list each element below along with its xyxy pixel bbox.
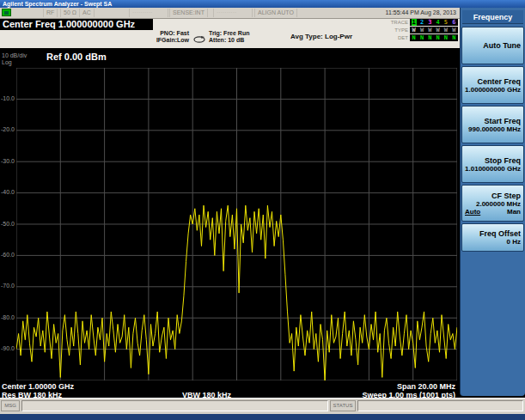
pno-settings: PNO: Fast IFGain:Low <box>137 30 189 44</box>
softkey-value: 1.000000000 GHz <box>465 86 521 94</box>
softkey-label: Freq Offset <box>479 229 521 238</box>
spectrum-analyzer-screen: Agilent Spectrum Analyzer - Swept SA RF … <box>0 0 525 420</box>
softkey-label: Auto Tune <box>483 41 521 50</box>
auto-man-toggle[interactable]: AutoMan <box>465 208 521 216</box>
y-axis-tick-label: -80.0 <box>0 314 15 320</box>
softkey-start-freq[interactable]: Start Freq990.000000 MHz <box>461 106 524 143</box>
y-axis-tick-label: -50.0 <box>0 221 15 227</box>
status-label: STATUS <box>330 400 356 411</box>
trace-row-label: TYPE <box>388 27 410 33</box>
softkey-cf-step[interactable]: CF Step2.000000 MHzAutoMan <box>461 185 524 222</box>
y-axis-tick-label: -10.0 <box>0 95 15 101</box>
trig-label: Trig: Free Run <box>209 30 249 37</box>
softkey-stop-freq[interactable]: Stop Freq1.010000000 GHz <box>461 145 524 183</box>
trace-indicator-digit: W <box>451 27 456 33</box>
continuous-sweep-icon <box>192 32 206 47</box>
softkey-value: 1.010000000 GHz <box>465 165 521 173</box>
status-field <box>357 400 523 411</box>
span-annotation: Span 20.00 MHz <box>397 382 455 391</box>
center-freq-readout: Center Freq 1.000000000 GHz <box>0 19 153 30</box>
trace-row-values: 123456 <box>410 19 458 26</box>
lxi-status-indicator <box>2 9 11 16</box>
sense-indicator: SENSE:INT <box>169 9 208 17</box>
trace-indicator-digit: W <box>443 27 449 33</box>
bottom-edge-strip <box>0 414 525 420</box>
y-axis-tick-label: -70.0 <box>0 283 15 289</box>
trace-indicator-digit: W <box>436 27 441 33</box>
trace-indicator-digit: N <box>443 34 449 41</box>
softkey-value: 2.000000 MHz <box>476 200 521 208</box>
trace-indicator-digit: N <box>427 34 432 41</box>
window-title: Agilent Spectrum Analyzer - Swept SA <box>3 1 112 7</box>
toggle-option-auto[interactable]: Auto <box>465 208 480 216</box>
trace-indicator-digit: W <box>427 27 432 33</box>
y-axis-tick-label: -20.0 <box>0 126 15 132</box>
datetime-readout: 11:55:44 PM Aug 28, 2013 <box>376 9 459 17</box>
menu-title-frequency: Frequency <box>462 10 523 24</box>
trace-indicator-row: DETNNNNNN <box>388 34 458 41</box>
trigger-settings: Trig: Free Run Atten: 10 dB <box>209 30 249 44</box>
coupling-indicator: AC <box>79 9 95 17</box>
footer-status-bar: MSG STATUS <box>0 398 525 414</box>
avg-type-label: Avg Type: Log-Pwr <box>290 33 352 40</box>
y-axis-tick-label: -30.0 <box>0 158 15 164</box>
trace-indicator-digit: N <box>451 34 456 41</box>
trace-indicator-digit: 3 <box>427 19 432 26</box>
trace-row-label: TRACE <box>388 20 410 25</box>
align-indicator: ALIGN AUTO <box>254 9 297 17</box>
scale-per-div-label: 10 dB/div <box>2 52 27 58</box>
window-titlebar: Agilent Spectrum Analyzer - Swept SA <box>0 0 525 8</box>
toggle-option-man[interactable]: Man <box>507 208 521 216</box>
trace-indicator-digit: N <box>412 34 417 41</box>
softkey-auto-tune[interactable]: Auto Tune <box>461 27 524 64</box>
softkey-label: Start Freq <box>484 117 521 125</box>
softkey-label: Center Freq <box>477 77 521 86</box>
trace-row-values: NNNNNN <box>410 34 458 41</box>
y-axis-tick-label: -90.0 <box>0 345 15 351</box>
softkey-value: 0 Hz <box>507 238 521 246</box>
status-placeholder-1: ·········· <box>129 9 168 17</box>
trace-indicator-digit: 1 <box>412 19 417 26</box>
softkey-panel: Frequency Auto TuneCenter Freq1.00000000… <box>460 8 525 396</box>
center-annotation: Center 1.00000 GHz <box>2 382 74 391</box>
softkey-label: CF Step <box>491 192 521 200</box>
trace-row-values: WWWWWW <box>410 27 458 33</box>
trace-indicator-digit: W <box>412 27 417 33</box>
spectrum-plot <box>16 68 457 380</box>
atten-label: Atten: 10 dB <box>209 37 249 44</box>
trace-indicator-row: TRACE123456 <box>388 19 458 26</box>
trace-row-label: DET <box>388 35 410 40</box>
spectrum-plot-svg <box>16 68 457 380</box>
graph-region: 10 dB/div Log Ref 0.00 dBm Center 1.0000… <box>0 48 460 398</box>
trace-indicator-digit: W <box>419 27 424 33</box>
msg-field <box>21 400 328 411</box>
status-placeholder-2: ·········· <box>213 9 253 17</box>
softkey-value: 990.000000 MHz <box>468 125 521 133</box>
log-scale-label: Log <box>2 59 12 65</box>
status-strip: RF 50 Ω AC ·········· SENSE:INT ········… <box>0 8 460 19</box>
trace-indicator-row: TYPEWWWWWW <box>388 27 458 33</box>
rf-input-indicator: RF <box>43 9 58 17</box>
trace-indicator-digit: 6 <box>451 19 456 26</box>
trace-indicator-digit: 4 <box>436 19 441 26</box>
msg-label: MSG <box>1 400 20 411</box>
trace-indicator-digit: N <box>436 34 441 41</box>
ref-level-label: Ref 0.00 dBm <box>46 52 107 62</box>
y-axis-tick-label: -40.0 <box>0 189 15 195</box>
softkey-center-freq[interactable]: Center Freq1.000000000 GHz <box>461 66 524 104</box>
measurement-bar: Center Freq 1.000000000 GHz PNO: Fast IF… <box>0 19 460 48</box>
pno-label: PNO: Fast <box>137 30 189 37</box>
ifgain-label: IFGain:Low <box>137 37 189 44</box>
lxi-glyph <box>4 11 9 15</box>
trace-indicator-digit: N <box>419 34 424 41</box>
trace-indicator-digit: 5 <box>443 19 449 26</box>
trace-indicator-digit: 2 <box>419 19 424 26</box>
softkey-freq-offset[interactable]: Freq Offset0 Hz <box>461 223 524 252</box>
softkey-button-stack: Auto TuneCenter Freq1.000000000 GHzStart… <box>461 27 524 253</box>
impedance-indicator: 50 Ω <box>60 9 80 17</box>
y-axis-tick-label: -60.0 <box>0 252 15 258</box>
softkey-label: Stop Freq <box>485 156 521 165</box>
trace-indicator-block: TRACE123456TYPEWWWWWWDETNNNNNN <box>388 19 458 42</box>
